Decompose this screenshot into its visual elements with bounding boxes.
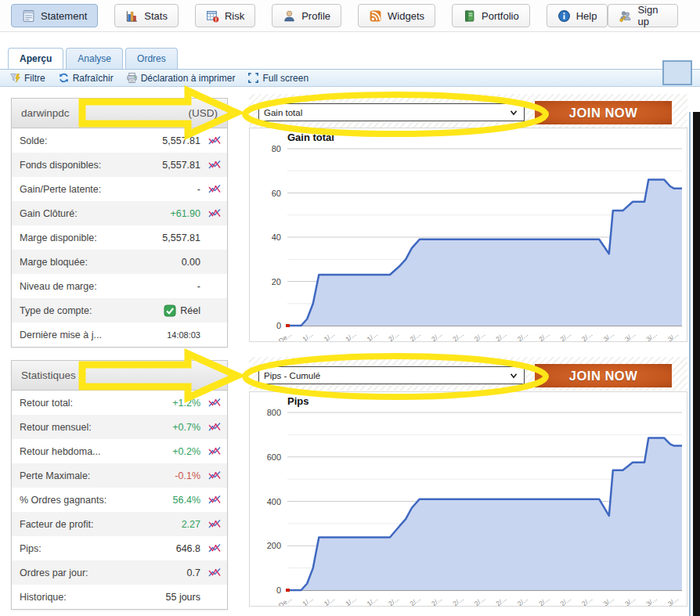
table-row: Type de compte: Réel [12,298,227,322]
row-value: 5,557.81 [162,232,200,243]
clipped-widget-box [662,60,692,85]
toolbar-item-label: Rafraîchir [73,73,114,84]
topbar-button-widgets[interactable]: Widgets [358,4,435,27]
svg-text:2/...: 2/... [387,330,400,341]
row-value: 5,557.81 [162,160,200,171]
table-row: Retour total: +1.2% [12,391,227,415]
svg-text:2/...: 2/... [451,595,464,606]
sparkline-icon[interactable] [205,542,221,554]
table-row: Ordres par jour: 0.7 [12,560,227,585]
sparkline-icon[interactable] [205,445,221,457]
row-label: Gain/Perte latente: [20,184,101,195]
tab-aperçu[interactable]: Aperçu [8,48,63,69]
row-label: Facteur de profit: [20,519,94,530]
toolbar-item-d-claration-imprimer[interactable]: Déclaration à imprimer [126,72,236,84]
table-row: Pips: 646.8 [12,536,227,560]
toolbar-item-label: Full screen [262,73,309,84]
row-label: Niveau de marge: [20,281,97,292]
svg-text:2/...: 2/... [516,330,529,341]
sparkline-icon[interactable] [205,567,221,578]
svg-text:800: 800 [267,408,281,417]
risk-icon [206,9,219,23]
account-summary-panel: darwinpdc (USD) Solde: 5,557.81 Fonds di… [11,98,228,348]
topbar-button-help[interactable]: Help [547,4,608,27]
svg-text:2/...: 2/... [473,330,486,341]
portfolio-icon [463,9,476,23]
sign-up-button[interactable]: Sign up [608,4,678,27]
top-toolbar: Statement Stats Risk Profile Widgets Por… [0,0,700,32]
sparkline-icon[interactable] [205,518,221,530]
table-row: Fonds disponibles: 5,557.81 [12,153,227,177]
row-label: Retour mensuel: [20,422,92,433]
svg-text:3/...: 3/... [666,595,680,606]
tab-bar: AperçuAnalyseOrdres [8,48,178,69]
svg-text:1/...: 1/... [323,330,336,341]
row-label: Perte Maximale: [20,470,90,481]
table-row: Facteur de profit: 2.27 [12,512,227,536]
toolbar-item-label: Déclaration à imprimer [141,73,236,84]
sparkline-icon[interactable] [205,159,221,171]
svg-text:3/...: 3/... [644,330,658,341]
chart1-metric-select[interactable]: Gain total [258,103,525,121]
account-name: darwinpdc [21,107,70,119]
topbar-button-statement[interactable]: Statement [11,4,98,27]
sparkline-icon[interactable] [205,183,221,195]
row-label: Retour total: [20,398,73,409]
svg-text:3/...: 3/... [602,595,615,606]
sparkline-icon[interactable] [205,470,221,481]
row-value: 56.4% [173,495,200,506]
svg-text:De...: De... [277,330,293,341]
row-label: Gain Clôturé: [20,208,78,219]
svg-text:60: 60 [272,189,281,198]
toolbar-item-filtre[interactable]: Filtre [9,72,45,84]
tab-ordres[interactable]: Ordres [125,48,178,69]
svg-text:2/...: 2/... [580,595,594,606]
table-row: Retour mensuel: +0.7% [12,415,227,439]
svg-text:3/...: 3/... [623,330,637,341]
svg-text:De...: De... [277,595,293,606]
topbar-button-portfolio[interactable]: Portfolio [452,4,530,27]
sparkline-icon[interactable] [205,135,221,146]
topbar-button-label: Stats [144,10,168,22]
top-toolbar-buttons: Statement Stats Risk Profile Widgets Por… [0,4,608,27]
svg-text:40: 40 [272,232,281,242]
toolbar-item-full-screen[interactable]: Full screen [247,72,309,84]
sparkline-icon[interactable] [205,421,221,433]
svg-text:3/...: 3/... [666,330,680,341]
svg-text:1/...: 1/... [301,595,314,606]
svg-text:2/...: 2/... [559,595,572,606]
svg-text:2/...: 2/... [473,595,486,606]
topbar-button-label: Portfolio [482,10,519,22]
row-label: % Ordres gagnants: [20,495,106,506]
table-row: Retour hebdoma... +0.2% [12,439,227,463]
svg-text:1/...: 1/... [344,330,357,341]
svg-text:2/...: 2/... [387,595,400,606]
account-rows: Solde: 5,557.81 Fonds disponibles: 5,557… [12,128,227,347]
toolbar-item-rafra-chir[interactable]: Rafraîchir [58,72,114,84]
topbar-button-risk[interactable]: Risk [195,4,255,27]
topbar-button-label: Risk [225,10,244,22]
join-now-button-1[interactable]: JOIN NOW [535,101,672,124]
chart2-header-strip: Pips - Cumulé JOIN NOW [249,357,687,391]
gain-total-chart: 020406080De...1/...1/...1/...1/...2/...2… [249,128,687,342]
svg-text:2/...: 2/... [516,595,529,606]
sparkline-icon[interactable] [205,494,221,506]
join-now-button-2[interactable]: JOIN NOW [535,364,672,387]
sparkline-icon[interactable] [205,207,221,219]
table-row: Niveau de marge: - [12,274,227,298]
stats-icon [125,9,139,23]
sparkline-icon[interactable] [205,397,221,409]
svg-text:3/...: 3/... [644,595,658,606]
chart2-metric-select[interactable]: Pips - Cumulé [258,366,525,384]
row-value: 55 jours [166,592,200,603]
clipped-window-edge [693,112,700,616]
statistics-panel-header: Statistiques [12,361,227,391]
sign-up-label: Sign up [637,4,667,27]
topbar-button-stats[interactable]: Stats [114,4,179,27]
topbar-button-profile[interactable]: Profile [272,4,341,27]
svg-text:2/...: 2/... [430,595,443,606]
tab-analyse[interactable]: Analyse [66,48,123,69]
row-value: -0.1% [175,470,200,481]
toolbar-item-label: Filtre [24,73,45,84]
svg-text:0: 0 [276,585,281,595]
